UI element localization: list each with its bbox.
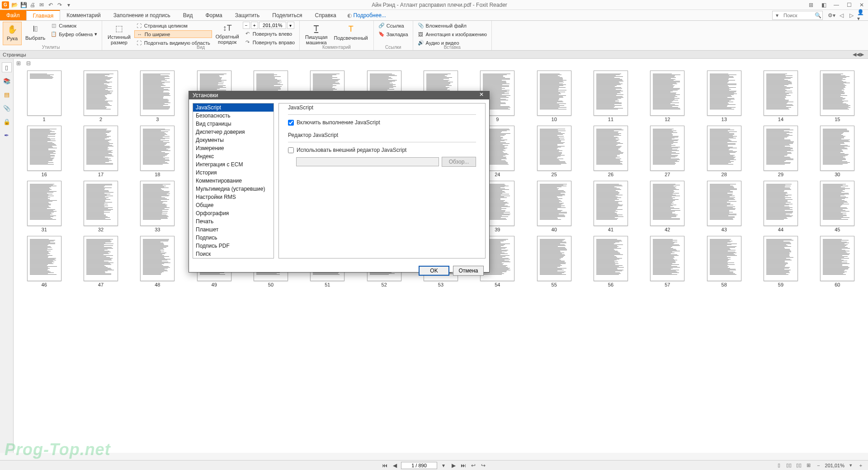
preferences-categories-list[interactable]: JavaScriptБезопасностьВид страницыДиспет…: [193, 103, 274, 258]
category-item[interactable]: Планшет: [193, 226, 274, 234]
js-editor-group: Редактор JavaScript Использовать внешний…: [283, 136, 481, 171]
enable-js-checkbox[interactable]: [288, 120, 294, 126]
ok-button[interactable]: OK: [419, 266, 449, 276]
category-item[interactable]: Измерение: [193, 144, 274, 152]
category-item[interactable]: Подпись PDF: [193, 242, 274, 250]
external-editor-checkbox-row[interactable]: Использовать внешний редактор JavaScript: [288, 147, 476, 153]
dialog-close-button[interactable]: ✕: [477, 91, 486, 99]
js-editor-legend: Редактор JavaScript: [286, 132, 340, 138]
editor-path-input: [296, 157, 439, 166]
dialog-titlebar[interactable]: Установки ✕: [189, 91, 489, 99]
category-item[interactable]: Поиск: [193, 250, 274, 258]
js-group-legend: JavaScript: [286, 104, 315, 111]
enable-js-label: Включить выполнение JavaScript: [297, 119, 380, 126]
category-item[interactable]: Настройки RMS: [193, 193, 274, 201]
category-item[interactable]: Общие: [193, 201, 274, 209]
category-item[interactable]: Диспетчер доверия: [193, 128, 274, 136]
category-item[interactable]: Печать: [193, 217, 274, 226]
category-item[interactable]: JavaScript: [193, 103, 274, 112]
enable-js-checkbox-row[interactable]: Включить выполнение JavaScript: [288, 119, 476, 126]
dialog-buttons: OK Отмена: [189, 262, 489, 279]
category-item[interactable]: Комментирование: [193, 177, 274, 185]
category-item[interactable]: Индекс: [193, 152, 274, 160]
preferences-dialog: Установки ✕ JavaScriptБезопасностьВид ст…: [189, 91, 490, 273]
cancel-button[interactable]: Отмена: [453, 266, 484, 276]
dialog-title-text: Установки: [193, 92, 218, 99]
browse-button[interactable]: Обзор...: [442, 157, 476, 167]
external-editor-checkbox[interactable]: [288, 147, 294, 153]
category-item[interactable]: История: [193, 169, 274, 177]
category-item[interactable]: Вид страницы: [193, 120, 274, 128]
dialog-body: JavaScriptБезопасностьВид страницыДиспет…: [189, 99, 489, 262]
category-item[interactable]: Орфография: [193, 209, 274, 217]
category-item[interactable]: Мультимедиа (устаревшие): [193, 185, 274, 193]
preferences-right-panel: JavaScript Включить выполнение JavaScrip…: [278, 103, 486, 258]
external-editor-label: Использовать внешний редактор JavaScript: [297, 147, 406, 153]
category-item[interactable]: Подпись: [193, 234, 274, 242]
category-item[interactable]: Интеграция с ECM: [193, 160, 274, 169]
dialog-overlay: Установки ✕ JavaScriptБезопасностьВид ст…: [0, 0, 868, 470]
category-item[interactable]: Безопасность: [193, 112, 274, 120]
editor-path-row: Обзор...: [288, 157, 476, 167]
category-item[interactable]: Документы: [193, 136, 274, 144]
js-group: JavaScript Включить выполнение JavaScrip…: [283, 108, 481, 130]
